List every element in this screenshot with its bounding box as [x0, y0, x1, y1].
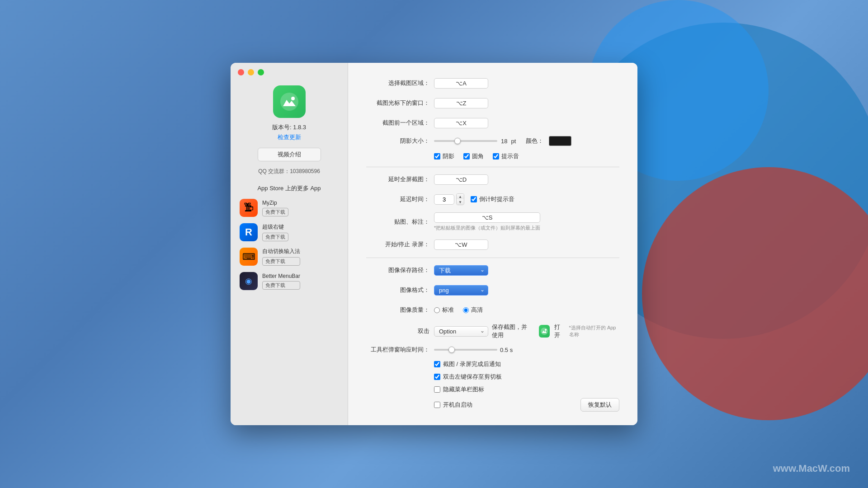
update-link[interactable]: 检查更新 [278, 133, 301, 141]
color-picker[interactable] [549, 136, 571, 146]
list-item: 🗜 MyZip 免费下载 [240, 199, 339, 217]
capture-window-shortcut[interactable]: ⌥Z [434, 98, 488, 108]
toolbar-slider[interactable] [434, 349, 497, 351]
save-path-wrapper: 下载 桌面 自定义 [434, 265, 488, 276]
hide-menubar-checkbox-item[interactable]: 隐藏菜单栏图标 [434, 385, 619, 394]
image-quality-row: 图像质量： 标准 高清 [366, 303, 619, 317]
capture-area-row: 选择截图区域： ⌥A [366, 76, 619, 90]
image-format-select[interactable]: png jpg tiff gif [434, 285, 488, 296]
main-window: 版本号: 1.8.3 检查更新 视频介绍 QQ 交流群：1038980596 A… [231, 63, 637, 425]
hd-radio[interactable] [463, 307, 469, 313]
shadow-options-row: 阴影 圆角 提示音 [366, 152, 619, 160]
color-label: 颜色： [526, 137, 543, 145]
restore-default-button[interactable]: 恢复默认 [580, 398, 619, 412]
menubar-download[interactable]: 免费下载 [262, 281, 300, 290]
delay-capture-label: 延时全屏截图： [366, 175, 429, 183]
rounded-checkbox-label: 圆角 [472, 152, 484, 160]
myzip-icon: 🗜 [240, 199, 258, 217]
open-app-hint: *选择自动打开的 App 名称 [569, 324, 619, 338]
inputmethod-download[interactable]: 免费下载 [262, 257, 300, 266]
superright-download[interactable]: 免费下载 [262, 233, 288, 241]
shadow-checkbox-label: 阴影 [443, 152, 454, 160]
titlebar [238, 69, 264, 75]
shadow-checkbox[interactable] [434, 153, 440, 160]
autostart-checkbox[interactable] [434, 402, 440, 408]
shadow-value: 18 [501, 138, 507, 145]
sticker-hint: *把粘贴板里的图像（或文件）贴到屏幕的最上面 [434, 225, 540, 231]
app-list: 🗜 MyZip 免费下载 R 超级右键 免费下载 [231, 199, 348, 290]
image-format-label: 图像格式： [366, 286, 429, 294]
shadow-slider-container: 18 pt 颜色： [434, 136, 571, 146]
record-shortcut[interactable]: ⌥W [434, 239, 488, 250]
sidebar: 版本号: 1.8.3 检查更新 视频介绍 QQ 交流群：1038980596 A… [231, 63, 348, 425]
capture-area-shortcut[interactable]: ⌥A [434, 78, 488, 89]
rounded-checkbox[interactable] [463, 153, 470, 160]
sticker-shortcut[interactable]: ⌥S [434, 212, 540, 223]
record-label: 开始/停止 录屏： [366, 240, 429, 249]
sound-checkbox[interactable] [493, 153, 499, 160]
option-select-wrapper: Option Command Control [434, 326, 488, 337]
standard-label: 标准 [442, 306, 454, 314]
maximize-button[interactable] [258, 69, 264, 75]
myzip-info: MyZip 免费下载 [262, 200, 288, 216]
autostart-label: 开机自启动 [443, 401, 472, 409]
menubar-info: Better MenuBar 免费下载 [262, 273, 300, 290]
countdown-checkbox-item[interactable]: 倒计时提示音 [471, 195, 514, 203]
notify-checkbox-item[interactable]: 截图 / 录屏完成后通知 [434, 360, 619, 368]
countdown-checkbox[interactable] [471, 196, 477, 202]
more-apps-title: App Store 上的更多 App [257, 184, 321, 192]
divider-2 [366, 258, 619, 258]
quality-radio-group: 标准 高清 [434, 306, 483, 314]
stepper-down-button[interactable]: ▼ [457, 199, 464, 205]
double-click-label: 双击 [366, 327, 429, 335]
image-format-row: 图像格式： png jpg tiff gif [366, 283, 619, 297]
notify-checkbox[interactable] [434, 361, 440, 367]
menubar-icon: ◉ [240, 272, 258, 290]
autostart-checkbox-item[interactable]: 开机自启动 [434, 401, 472, 409]
capture-prev-shortcut[interactable]: ⌥X [434, 118, 488, 128]
version-label: 版本号: 1.8.3 [272, 123, 306, 131]
myzip-download[interactable]: 免费下载 [262, 208, 288, 216]
sound-checkbox-item[interactable]: 提示音 [493, 152, 519, 160]
countdown-label: 倒计时提示音 [479, 195, 514, 203]
double-click-row: 双击 Option Command Control 保存截图，并使用 打开 *选… [366, 323, 619, 339]
delay-capture-shortcut[interactable]: ⌥D [434, 174, 488, 185]
delay-capture-row: 延时全屏截图： ⌥D [366, 173, 619, 186]
hd-radio-item[interactable]: 高清 [463, 306, 483, 314]
svg-point-5 [541, 328, 548, 335]
option-select[interactable]: Option Command Control [434, 326, 488, 337]
save-path-select[interactable]: 下载 桌面 自定义 [434, 265, 488, 276]
inputmethod-name: 自动切换输入法 [262, 248, 300, 255]
delay-stepper: ▲ ▼ [434, 193, 464, 205]
hide-menubar-checkbox[interactable] [434, 386, 440, 393]
svg-point-1 [642, 167, 868, 420]
minimize-button[interactable] [248, 69, 254, 75]
inputmethod-icon: ⌨ [240, 248, 258, 266]
hd-label: 高清 [471, 306, 483, 314]
hide-menubar-label: 隐藏菜单栏图标 [443, 385, 484, 394]
video-btn[interactable]: 视频介绍 [258, 148, 321, 161]
svg-point-6 [545, 329, 547, 331]
shadow-checkbox-item[interactable]: 阴影 [434, 152, 454, 160]
stepper-up-button[interactable]: ▲ [457, 194, 464, 199]
shadow-size-label: 阴影大小： [366, 137, 429, 145]
shadow-size-row: 阴影大小： 18 pt 颜色： [366, 136, 619, 146]
sticker-row: 贴图、标注： ⌥S *把粘贴板里的图像（或文件）贴到屏幕的最上面 [366, 212, 619, 231]
shadow-slider[interactable] [434, 140, 497, 142]
shadow-unit: pt [511, 138, 516, 145]
image-quality-label: 图像质量： [366, 306, 429, 314]
bottom-checks: 截图 / 录屏完成后通知 双击左键保存至剪切板 隐藏菜单栏图标 [366, 360, 619, 394]
save-clipboard-checkbox-item[interactable]: 双击左键保存至剪切板 [434, 373, 619, 381]
save-clipboard-checkbox[interactable] [434, 374, 440, 380]
standard-radio-item[interactable]: 标准 [434, 306, 454, 314]
standard-radio[interactable] [434, 307, 440, 313]
close-button[interactable] [238, 69, 244, 75]
capture-window-label: 截图光标下的窗口： [366, 99, 429, 107]
watermark: www.MacW.com [773, 463, 850, 474]
image-format-wrapper: png jpg tiff gif [434, 285, 488, 296]
rounded-checkbox-item[interactable]: 圆角 [463, 152, 484, 160]
superright-name: 超级右键 [262, 223, 288, 231]
capture-area-label: 选择截图区域： [366, 79, 429, 87]
delay-input[interactable] [434, 194, 454, 205]
toolbar-response-label: 工具栏弹窗响应时间： [366, 346, 429, 354]
